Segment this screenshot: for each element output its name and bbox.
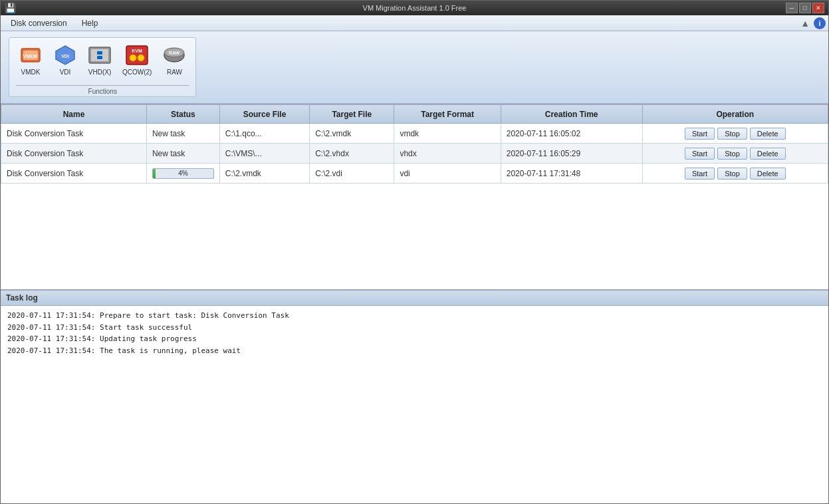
- table-row: Disk Conversion TaskNew taskC:\VMS\...C:…: [1, 144, 828, 164]
- nav-up-icon[interactable]: ▲: [800, 18, 810, 29]
- cell-source: C:\1.qco...: [219, 124, 309, 144]
- table-row: Disk Conversion TaskNew taskC:\1.qco...C…: [1, 124, 828, 144]
- start-button-row1[interactable]: Start: [685, 148, 715, 160]
- cell-name: Disk Conversion Task: [1, 124, 147, 144]
- col-operation: Operation: [642, 105, 828, 124]
- qcow-tool-button[interactable]: KVM QCOW(2): [120, 42, 154, 77]
- progress-text: 4%: [153, 169, 213, 178]
- vhd-label: VHD(X): [88, 68, 111, 76]
- vdi-icon: VDI: [53, 43, 77, 67]
- cell-status: New task: [146, 144, 219, 164]
- toolbar-icons-row: VMDK VMDK VDI VDI: [16, 42, 189, 77]
- table-body: Disk Conversion TaskNew taskC:\1.qco...C…: [1, 124, 828, 184]
- log-line: 2020-07-11 17:31:54: Prepare to start ta…: [7, 310, 822, 322]
- stop-button-row1[interactable]: Stop: [717, 148, 747, 160]
- cell-status: 4%: [146, 164, 219, 184]
- log-line: 2020-07-11 17:31:54: The task is running…: [7, 345, 822, 357]
- functions-group: VMDK VMDK VDI VDI: [9, 37, 196, 97]
- table-row: Disk Conversion Task4%C:\2.vmdkC:\2.vdiv…: [1, 164, 828, 184]
- main-area: Name Status Source File Target File Targ…: [1, 104, 828, 504]
- task-log-area: Task log 2020-07-11 17:31:54: Prepare to…: [1, 291, 828, 504]
- svg-text:RAW: RAW: [169, 51, 180, 55]
- col-status: Status: [146, 105, 219, 124]
- task-table-area: Name Status Source File Target File Targ…: [1, 104, 828, 291]
- maximize-button[interactable]: □: [799, 3, 811, 13]
- vhd-tool-button[interactable]: VHD(X): [85, 42, 114, 77]
- svg-point-11: [130, 55, 136, 61]
- qcow-label: QCOW(2): [122, 68, 152, 76]
- cell-operation: StartStopDelete: [642, 124, 828, 144]
- app-icon: 💾: [5, 3, 16, 13]
- menubar: Disk conversion Help ▲ i: [1, 15, 828, 31]
- raw-tool-button[interactable]: RAW RAW: [160, 42, 189, 77]
- menu-help[interactable]: Help: [74, 16, 106, 31]
- toolbar-group-label: Functions: [16, 85, 189, 95]
- start-button-row2[interactable]: Start: [685, 168, 715, 180]
- raw-label: RAW: [167, 68, 182, 76]
- col-format: Target Format: [394, 105, 501, 124]
- close-button[interactable]: ✕: [812, 3, 824, 13]
- task-table: Name Status Source File Target File Targ…: [1, 104, 828, 184]
- cell-operation: StartStopDelete: [642, 144, 828, 164]
- cell-creation: 2020-07-11 17:31:48: [501, 164, 642, 184]
- start-button-row0[interactable]: Start: [685, 128, 715, 140]
- svg-text:KVM: KVM: [132, 49, 142, 53]
- tasklog-header: Task log: [1, 291, 828, 306]
- vdi-label: VDI: [60, 68, 71, 76]
- cell-source: C:\2.vmdk: [219, 164, 309, 184]
- delete-button-row1[interactable]: Delete: [750, 148, 786, 160]
- stop-button-row2[interactable]: Stop: [717, 168, 747, 180]
- svg-rect-6: [91, 49, 108, 61]
- log-line: 2020-07-11 17:31:54: Updating task progr…: [7, 333, 822, 345]
- col-name: Name: [1, 105, 147, 124]
- cell-name: Disk Conversion Task: [1, 164, 147, 184]
- minimize-button[interactable]: ─: [786, 3, 798, 13]
- vmdk-label: VMDK: [21, 68, 41, 76]
- window-title: VM Migration Assistant 1.0 Free: [363, 4, 467, 12]
- info-icon[interactable]: i: [814, 17, 826, 29]
- stop-button-row0[interactable]: Stop: [717, 128, 747, 140]
- cell-operation: StartStopDelete: [642, 164, 828, 184]
- titlebar-left: 💾: [5, 3, 16, 13]
- svg-rect-8: [97, 56, 102, 59]
- table-header: Name Status Source File Target File Targ…: [1, 105, 828, 124]
- cell-target: C:\2.vdi: [310, 164, 394, 184]
- delete-button-row0[interactable]: Delete: [750, 128, 786, 140]
- vhd-icon: [88, 43, 112, 67]
- vdi-tool-button[interactable]: VDI VDI: [51, 42, 80, 77]
- tasklog-content[interactable]: 2020-07-11 17:31:54: Prepare to start ta…: [1, 306, 828, 504]
- cell-target: C:\2.vmdk: [310, 124, 394, 144]
- raw-icon: RAW: [162, 43, 186, 67]
- cell-format: vdi: [394, 164, 501, 184]
- qcow-icon: KVM: [125, 43, 149, 67]
- svg-rect-7: [97, 51, 102, 55]
- cell-name: Disk Conversion Task: [1, 144, 147, 164]
- titlebar: 💾 VM Migration Assistant 1.0 Free ─ □ ✕: [1, 1, 828, 15]
- svg-text:VMDK: VMDK: [23, 53, 39, 59]
- cell-format: vhdx: [394, 144, 501, 164]
- col-creation: Creation Time: [501, 105, 642, 124]
- cell-target: C:\2.vhdx: [310, 144, 394, 164]
- titlebar-controls: ─ □ ✕: [786, 3, 824, 13]
- cell-creation: 2020-07-11 16:05:29: [501, 144, 642, 164]
- svg-text:VDI: VDI: [61, 54, 69, 59]
- cell-source: C:\VMS\...: [219, 144, 309, 164]
- col-target: Target File: [310, 105, 394, 124]
- log-line: 2020-07-11 17:31:54: Start task successf…: [7, 322, 822, 334]
- col-source: Source File: [219, 105, 309, 124]
- cell-format: vmdk: [394, 124, 501, 144]
- toolbar: VMDK VMDK VDI VDI: [1, 31, 828, 104]
- vmdk-icon: VMDK: [19, 43, 43, 67]
- delete-button-row2[interactable]: Delete: [750, 168, 786, 180]
- cell-status: New task: [146, 124, 219, 144]
- cell-creation: 2020-07-11 16:05:02: [501, 124, 642, 144]
- vmdk-tool-button[interactable]: VMDK VMDK: [16, 42, 45, 77]
- svg-point-12: [138, 55, 144, 61]
- menu-disk-conversion[interactable]: Disk conversion: [3, 16, 74, 31]
